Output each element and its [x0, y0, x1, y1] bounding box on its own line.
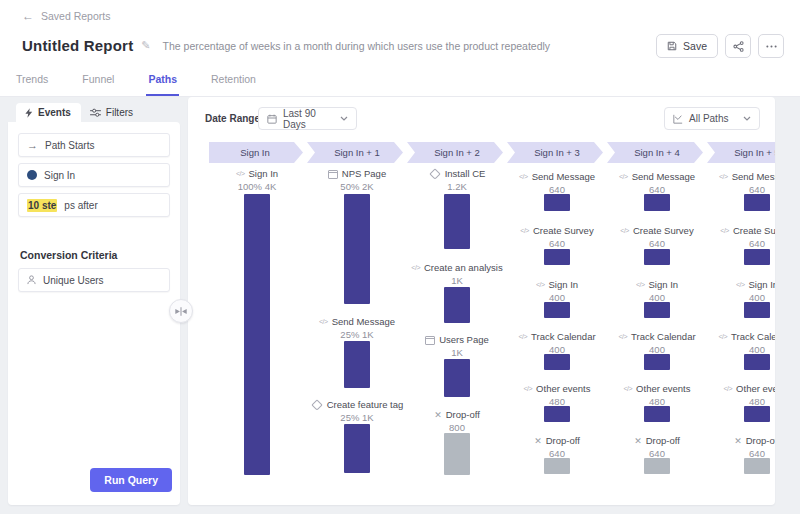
share-button[interactable] — [725, 34, 751, 58]
tab-trends[interactable]: Trends — [14, 73, 50, 96]
path-node[interactable]: ✕Drop-off640 — [707, 435, 775, 460]
dropoff-bar[interactable] — [544, 458, 570, 474]
path-bar[interactable] — [744, 249, 770, 265]
path-starts-item[interactable]: → Path Starts — [18, 133, 170, 157]
panel-resize-handle[interactable] — [169, 299, 193, 323]
page-icon — [425, 336, 435, 345]
event-icon: </> — [723, 383, 732, 395]
path-bar[interactable] — [544, 302, 570, 318]
path-bar[interactable] — [444, 194, 470, 249]
dropoff-x-icon: ✕ — [634, 435, 642, 447]
steps-after-item[interactable]: 10 steps after — [18, 193, 170, 217]
back-arrow-icon: ← — [22, 9, 34, 23]
path-node[interactable]: </>Other events480 — [607, 383, 707, 408]
path-node-label: Drop-off — [546, 435, 580, 447]
path-bar[interactable] — [644, 354, 670, 370]
path-bar[interactable] — [444, 287, 470, 323]
path-node-label: Send Message — [632, 171, 695, 183]
path-step-header[interactable]: Sign In + 1 — [307, 142, 403, 163]
path-node[interactable]: </>Create Survey640 — [707, 225, 775, 250]
path-bar[interactable] — [644, 302, 670, 318]
path-step-header[interactable]: Sign In — [207, 142, 303, 163]
path-bar[interactable] — [744, 406, 770, 422]
tab-events[interactable]: Events — [16, 103, 81, 122]
path-bar[interactable] — [344, 194, 370, 304]
path-node-label: Users Page — [439, 334, 489, 346]
path-node[interactable]: </>Other events480 — [507, 383, 607, 408]
path-node[interactable]: </>Sign In400 — [607, 279, 707, 304]
event-icon: </> — [536, 279, 545, 291]
path-step-header[interactable]: Sign In + 3 — [507, 142, 603, 163]
path-node-label: Drop-off — [746, 435, 775, 447]
path-step-header[interactable]: Sign In + 4 — [607, 142, 703, 163]
path-node[interactable]: ✕Drop-off640 — [607, 435, 707, 460]
path-step-header[interactable]: Sign In + 5 — [707, 142, 775, 163]
tab-retention[interactable]: Retention — [209, 73, 258, 96]
path-node[interactable]: </>Sign In400 — [707, 279, 775, 304]
edit-title-icon[interactable]: ✎ — [141, 39, 150, 52]
path-node[interactable]: </>Other events480 — [707, 383, 775, 408]
path-bar[interactable] — [744, 194, 770, 211]
event-icon: </> — [518, 331, 527, 343]
path-node[interactable]: </>Create Survey640 — [607, 225, 707, 250]
path-node[interactable]: </>Create an analysis1K — [407, 262, 507, 287]
path-bar[interactable] — [344, 424, 370, 473]
path-node[interactable]: </>Send Message25% 1K — [307, 316, 407, 341]
dropoff-bar[interactable] — [644, 458, 670, 474]
events-panel: → Path Starts Sign In 10 steps after Con… — [8, 122, 180, 505]
unique-users-item[interactable]: Unique Users — [18, 268, 170, 292]
path-node[interactable]: </>Track Calendar400 — [707, 331, 775, 356]
path-node[interactable]: </>Send Message640 — [507, 171, 607, 196]
path-node[interactable]: ✕Drop-off640 — [507, 435, 607, 460]
header: ← Saved Reports Untitled Report ✎ The pe… — [0, 0, 800, 97]
sign-in-label: Sign In — [44, 170, 75, 181]
sign-in-event-item[interactable]: Sign In — [18, 163, 170, 187]
path-step-header[interactable]: Sign In + 2 — [407, 142, 503, 163]
path-node-label: Sign In — [749, 279, 775, 291]
run-query-button[interactable]: Run Query — [90, 468, 172, 492]
path-node[interactable]: ✕Drop-off800 — [407, 409, 507, 434]
more-button[interactable] — [758, 34, 784, 58]
path-bar[interactable] — [744, 302, 770, 318]
path-node[interactable]: </>Track Calendar400 — [607, 331, 707, 356]
path-bar[interactable] — [744, 354, 770, 370]
event-icon: </> — [319, 316, 328, 328]
path-bar[interactable] — [644, 406, 670, 422]
path-node[interactable]: </>Send Message640 — [707, 171, 775, 196]
path-node[interactable]: NPS Page50% 2K — [307, 168, 407, 193]
event-icon: </> — [523, 383, 532, 395]
unique-users-label: Unique Users — [43, 275, 104, 286]
path-node-label: Other events — [536, 383, 590, 395]
dropoff-bar[interactable] — [744, 458, 770, 474]
path-node[interactable]: Users Page1K — [407, 334, 507, 359]
path-bar[interactable] — [444, 359, 470, 397]
path-bar[interactable] — [544, 406, 570, 422]
path-bar[interactable] — [244, 194, 270, 475]
path-node[interactable]: Create feature tag25% 1K — [307, 399, 407, 424]
path-node[interactable]: </>Sign In100% 4K — [207, 168, 307, 193]
event-icon: </> — [619, 171, 628, 183]
share-icon — [733, 41, 744, 52]
title-row: Untitled Report ✎ The percentage of week… — [22, 37, 550, 54]
path-node[interactable]: Install CE1.2K — [407, 168, 507, 193]
tab-filters[interactable]: Filters — [81, 103, 143, 122]
path-node-label: Track Calendar — [731, 331, 775, 343]
path-bar[interactable] — [344, 341, 370, 388]
path-node-value: 25% 1K — [307, 329, 407, 341]
path-node-label: Send Message — [532, 171, 595, 183]
path-bar[interactable] — [544, 194, 570, 211]
back-link[interactable]: ← Saved Reports — [22, 9, 110, 23]
tab-paths[interactable]: Paths — [146, 73, 179, 96]
path-bar[interactable] — [544, 354, 570, 370]
event-icon: </> — [520, 225, 529, 237]
path-node[interactable]: </>Track Calendar400 — [507, 331, 607, 356]
path-bar[interactable] — [644, 249, 670, 265]
tab-funnel[interactable]: Funnel — [80, 73, 116, 96]
path-node[interactable]: </>Send Message640 — [607, 171, 707, 196]
path-bar[interactable] — [544, 249, 570, 265]
save-button[interactable]: Save — [656, 34, 718, 58]
path-node[interactable]: </>Create Survey640 — [507, 225, 607, 250]
path-bar[interactable] — [644, 194, 670, 211]
path-node[interactable]: </>Sign In400 — [507, 279, 607, 304]
dropoff-bar[interactable] — [444, 433, 470, 475]
